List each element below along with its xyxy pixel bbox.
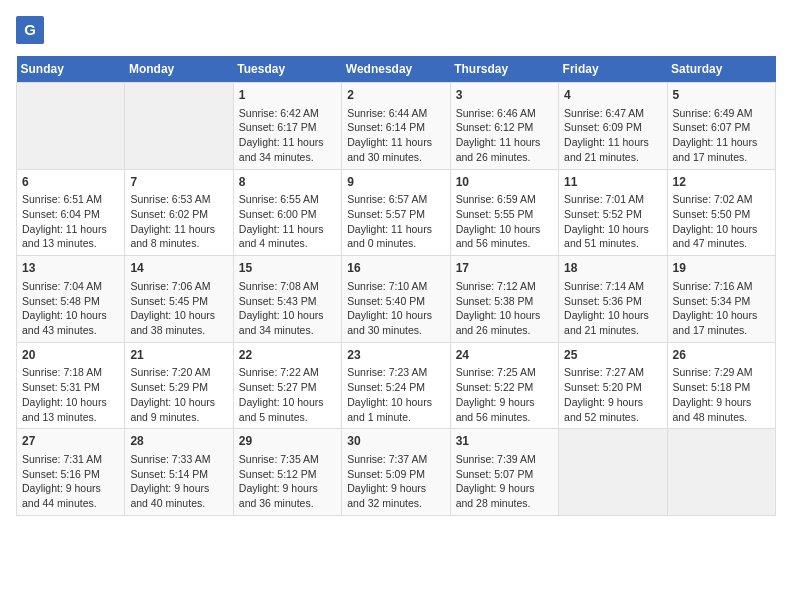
day-number: 6: [22, 174, 119, 191]
calendar-cell: 27Sunrise: 7:31 AMSunset: 5:16 PMDayligh…: [17, 429, 125, 516]
calendar-cell: 22Sunrise: 7:22 AMSunset: 5:27 PMDayligh…: [233, 342, 341, 429]
day-number: 17: [456, 260, 553, 277]
day-number: 21: [130, 347, 227, 364]
day-info: Sunrise: 6:42 AM: [239, 106, 336, 121]
day-info: Sunrise: 6:59 AM: [456, 192, 553, 207]
day-info: Sunset: 5:14 PM: [130, 467, 227, 482]
day-info: Sunrise: 7:23 AM: [347, 365, 444, 380]
day-info: Sunrise: 6:53 AM: [130, 192, 227, 207]
calendar-cell: 10Sunrise: 6:59 AMSunset: 5:55 PMDayligh…: [450, 169, 558, 256]
day-info: Daylight: 11 hours and 21 minutes.: [564, 135, 661, 164]
day-info: Daylight: 11 hours and 30 minutes.: [347, 135, 444, 164]
calendar-cell: 31Sunrise: 7:39 AMSunset: 5:07 PMDayligh…: [450, 429, 558, 516]
day-info: Sunrise: 7:27 AM: [564, 365, 661, 380]
day-info: Daylight: 10 hours and 56 minutes.: [456, 222, 553, 251]
day-info: Sunset: 5:29 PM: [130, 380, 227, 395]
day-info: Sunrise: 7:18 AM: [22, 365, 119, 380]
day-number: 30: [347, 433, 444, 450]
day-info: Daylight: 9 hours and 48 minutes.: [673, 395, 770, 424]
calendar-cell: 17Sunrise: 7:12 AMSunset: 5:38 PMDayligh…: [450, 256, 558, 343]
day-info: Sunset: 5:43 PM: [239, 294, 336, 309]
day-info: Daylight: 11 hours and 0 minutes.: [347, 222, 444, 251]
column-header-sunday: Sunday: [17, 56, 125, 83]
day-info: Sunrise: 7:10 AM: [347, 279, 444, 294]
week-row-3: 13Sunrise: 7:04 AMSunset: 5:48 PMDayligh…: [17, 256, 776, 343]
calendar-cell: 6Sunrise: 6:51 AMSunset: 6:04 PMDaylight…: [17, 169, 125, 256]
day-number: 15: [239, 260, 336, 277]
day-info: Sunrise: 7:08 AM: [239, 279, 336, 294]
day-number: 16: [347, 260, 444, 277]
column-header-monday: Monday: [125, 56, 233, 83]
day-info: Sunrise: 7:16 AM: [673, 279, 770, 294]
day-info: Sunset: 5:55 PM: [456, 207, 553, 222]
day-info: Daylight: 10 hours and 13 minutes.: [22, 395, 119, 424]
day-info: Daylight: 11 hours and 8 minutes.: [130, 222, 227, 251]
day-info: Daylight: 10 hours and 17 minutes.: [673, 308, 770, 337]
calendar-cell: 19Sunrise: 7:16 AMSunset: 5:34 PMDayligh…: [667, 256, 775, 343]
day-info: Sunset: 5:38 PM: [456, 294, 553, 309]
calendar-cell: 24Sunrise: 7:25 AMSunset: 5:22 PMDayligh…: [450, 342, 558, 429]
day-info: Sunrise: 7:20 AM: [130, 365, 227, 380]
day-info: Sunset: 5:40 PM: [347, 294, 444, 309]
week-row-5: 27Sunrise: 7:31 AMSunset: 5:16 PMDayligh…: [17, 429, 776, 516]
calendar-cell: [559, 429, 667, 516]
day-info: Daylight: 11 hours and 13 minutes.: [22, 222, 119, 251]
day-info: Sunrise: 7:02 AM: [673, 192, 770, 207]
day-info: Daylight: 10 hours and 9 minutes.: [130, 395, 227, 424]
day-info: Sunset: 5:50 PM: [673, 207, 770, 222]
day-info: Sunset: 5:52 PM: [564, 207, 661, 222]
day-number: 26: [673, 347, 770, 364]
calendar-cell: 3Sunrise: 6:46 AMSunset: 6:12 PMDaylight…: [450, 83, 558, 170]
calendar-cell: 25Sunrise: 7:27 AMSunset: 5:20 PMDayligh…: [559, 342, 667, 429]
day-info: Sunrise: 7:29 AM: [673, 365, 770, 380]
day-number: 5: [673, 87, 770, 104]
page-header: G: [16, 16, 776, 44]
day-number: 7: [130, 174, 227, 191]
day-info: Daylight: 11 hours and 26 minutes.: [456, 135, 553, 164]
day-info: Sunset: 6:12 PM: [456, 120, 553, 135]
day-info: Sunset: 6:17 PM: [239, 120, 336, 135]
day-info: Daylight: 10 hours and 47 minutes.: [673, 222, 770, 251]
day-number: 23: [347, 347, 444, 364]
calendar-cell: [17, 83, 125, 170]
day-info: Sunrise: 7:25 AM: [456, 365, 553, 380]
column-header-friday: Friday: [559, 56, 667, 83]
day-info: Daylight: 11 hours and 4 minutes.: [239, 222, 336, 251]
calendar-cell: 8Sunrise: 6:55 AMSunset: 6:00 PMDaylight…: [233, 169, 341, 256]
day-info: Sunset: 5:27 PM: [239, 380, 336, 395]
day-info: Daylight: 10 hours and 1 minute.: [347, 395, 444, 424]
calendar-cell: 26Sunrise: 7:29 AMSunset: 5:18 PMDayligh…: [667, 342, 775, 429]
day-number: 20: [22, 347, 119, 364]
day-number: 27: [22, 433, 119, 450]
day-info: Daylight: 9 hours and 32 minutes.: [347, 481, 444, 510]
day-info: Sunset: 5:09 PM: [347, 467, 444, 482]
day-info: Daylight: 10 hours and 30 minutes.: [347, 308, 444, 337]
day-info: Sunset: 5:24 PM: [347, 380, 444, 395]
day-number: 11: [564, 174, 661, 191]
day-number: 1: [239, 87, 336, 104]
day-info: Sunset: 5:07 PM: [456, 467, 553, 482]
day-number: 19: [673, 260, 770, 277]
day-info: Sunrise: 7:12 AM: [456, 279, 553, 294]
day-info: Sunset: 5:16 PM: [22, 467, 119, 482]
day-info: Sunrise: 7:04 AM: [22, 279, 119, 294]
day-info: Daylight: 9 hours and 56 minutes.: [456, 395, 553, 424]
calendar-cell: 23Sunrise: 7:23 AMSunset: 5:24 PMDayligh…: [342, 342, 450, 429]
day-info: Sunrise: 7:33 AM: [130, 452, 227, 467]
day-info: Daylight: 9 hours and 36 minutes.: [239, 481, 336, 510]
day-info: Daylight: 10 hours and 5 minutes.: [239, 395, 336, 424]
calendar-cell: 21Sunrise: 7:20 AMSunset: 5:29 PMDayligh…: [125, 342, 233, 429]
day-info: Sunset: 5:57 PM: [347, 207, 444, 222]
day-info: Sunset: 5:12 PM: [239, 467, 336, 482]
day-info: Sunrise: 6:46 AM: [456, 106, 553, 121]
column-header-tuesday: Tuesday: [233, 56, 341, 83]
day-info: Sunrise: 7:06 AM: [130, 279, 227, 294]
day-number: 25: [564, 347, 661, 364]
day-info: Daylight: 10 hours and 34 minutes.: [239, 308, 336, 337]
logo-icon: G: [16, 16, 44, 44]
day-info: Sunrise: 7:37 AM: [347, 452, 444, 467]
day-info: Daylight: 9 hours and 40 minutes.: [130, 481, 227, 510]
day-info: Sunset: 6:09 PM: [564, 120, 661, 135]
calendar-cell: 1Sunrise: 6:42 AMSunset: 6:17 PMDaylight…: [233, 83, 341, 170]
day-number: 31: [456, 433, 553, 450]
